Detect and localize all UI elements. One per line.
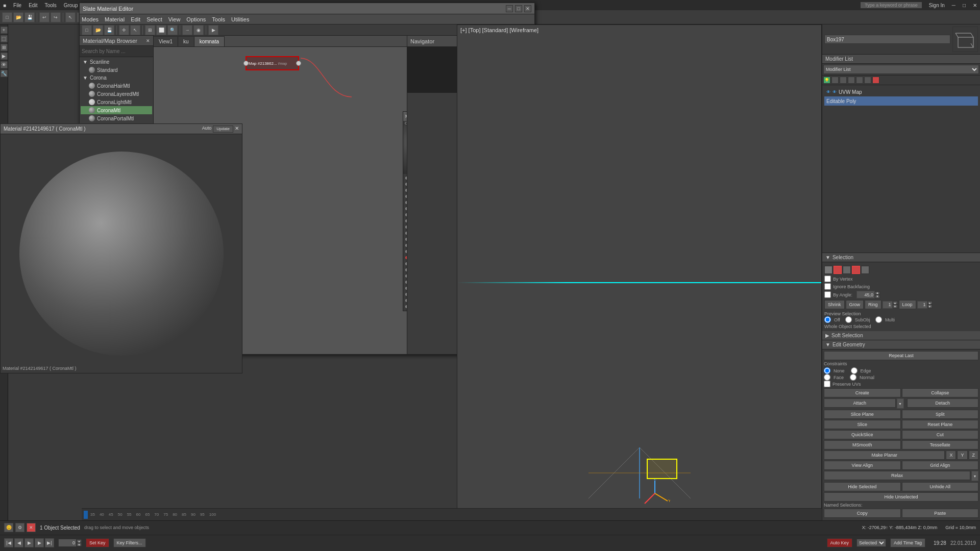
- stack-icon1[interactable]: [831, 77, 839, 84]
- sme-render[interactable]: ▶: [208, 25, 218, 35]
- redo[interactable]: ↪: [51, 12, 61, 22]
- node-port-left[interactable]: [243, 61, 249, 66]
- object-name-input[interactable]: [824, 35, 950, 44]
- menu-edit[interactable]: Edit: [29, 3, 37, 8]
- map-node[interactable]: Map #213862... #map: [246, 56, 299, 70]
- tool-modify[interactable]: ⬚: [1, 35, 8, 42]
- ring-down[interactable]: ▼: [893, 305, 898, 308]
- unhide-all-btn[interactable]: Unhide All: [902, 482, 979, 491]
- x-btn[interactable]: X: [946, 450, 956, 460]
- timeline-playhead[interactable]: [84, 511, 88, 519]
- sme-save[interactable]: 💾: [104, 25, 114, 35]
- attach-btn[interactable]: Attach: [824, 398, 896, 408]
- relax-btn[interactable]: Relax: [824, 471, 970, 480]
- radio-off[interactable]: [824, 316, 831, 323]
- frame-up[interactable]: ▲: [77, 539, 82, 543]
- select-object[interactable]: ↖: [65, 12, 76, 22]
- menu-tools[interactable]: Tools: [44, 3, 56, 8]
- sme-menu-view[interactable]: View: [168, 16, 181, 22]
- radio-subobj[interactable]: [845, 316, 852, 323]
- sme-menu-select[interactable]: Select: [146, 16, 162, 22]
- loop-down[interactable]: ▼: [927, 305, 933, 308]
- modifier-uvw-map[interactable]: 👁 👁 UVW Map: [824, 87, 978, 96]
- frame-input[interactable]: [58, 539, 77, 547]
- sme-zoom[interactable]: 🔍: [167, 25, 178, 35]
- mat-item-coronalight[interactable]: CoronaLightMtl: [81, 98, 152, 106]
- ignore-backfacing-checkbox[interactable]: [824, 283, 831, 290]
- ring-button[interactable]: Ring: [865, 300, 881, 309]
- sme-menu-options[interactable]: Options: [186, 16, 206, 22]
- mat-browser-close[interactable]: ✕: [146, 38, 150, 43]
- radio-face-constraint[interactable]: [824, 374, 830, 381]
- z-btn[interactable]: Z: [969, 450, 979, 460]
- radio-normal-constraint[interactable]: [850, 374, 856, 381]
- goto-start-btn[interactable]: |◀: [4, 538, 13, 547]
- create-btn[interactable]: Create: [824, 388, 901, 397]
- auto-key-btn[interactable]: Auto Key: [827, 538, 853, 547]
- viewport-area[interactable]: [+] [Top] [Standard] [Wireframe] Z Y: [457, 24, 822, 520]
- mat-item-coronamtl[interactable]: CoronaMtl: [81, 106, 152, 114]
- status-icon-close[interactable]: ✕: [27, 523, 36, 532]
- sme-show-in-vp[interactable]: ◉: [193, 25, 204, 35]
- frame-down[interactable]: ▼: [77, 543, 82, 546]
- node-port-right[interactable]: [296, 61, 301, 66]
- tool-motion[interactable]: ▶: [1, 53, 8, 60]
- view-tab-ku[interactable]: ku: [178, 36, 194, 46]
- loop-input[interactable]: [917, 301, 927, 309]
- quick-slice-btn[interactable]: QuickSlice: [824, 430, 901, 439]
- category-scanline[interactable]: ▼ Scanline: [81, 58, 152, 66]
- menu-file[interactable]: File: [13, 3, 21, 8]
- new-scene[interactable]: □: [2, 12, 12, 22]
- hide-selected-btn[interactable]: Hide Selected: [824, 482, 901, 491]
- selected-dropdown[interactable]: Selected: [856, 539, 886, 547]
- key-filters-btn[interactable]: Key Filters...: [113, 538, 146, 547]
- loop-up[interactable]: ▲: [927, 301, 933, 305]
- reset-plane-btn[interactable]: Reset Plane: [902, 420, 979, 429]
- element-mode-icon[interactable]: [861, 266, 869, 274]
- stack-icon2[interactable]: [840, 77, 847, 84]
- sme-menu-tools[interactable]: Tools: [212, 16, 225, 22]
- grow-button[interactable]: Grow: [846, 300, 864, 309]
- vertex-mode-icon[interactable]: [824, 266, 832, 274]
- goto-end-btn[interactable]: ▶|: [45, 538, 54, 547]
- status-icon2[interactable]: ⚙: [15, 523, 24, 532]
- paste-btn[interactable]: Paste: [902, 509, 979, 518]
- cut-btn[interactable]: Cut: [902, 430, 979, 439]
- tessellate-btn[interactable]: Tessellate: [902, 440, 979, 449]
- slice-plane-btn[interactable]: Slice Plane: [824, 410, 901, 419]
- sme-move[interactable]: ✛: [119, 25, 129, 35]
- edge-mode-icon[interactable]: [834, 266, 842, 274]
- tool-display[interactable]: 👁: [1, 61, 8, 68]
- sme-menu-material[interactable]: Material: [105, 16, 125, 22]
- sme-new-mat[interactable]: □: [82, 25, 92, 35]
- angle-up[interactable]: ▲: [875, 291, 880, 295]
- sme-minimize[interactable]: ─: [506, 5, 513, 12]
- mat-item-coronahair[interactable]: CoronaHairMtl: [81, 82, 152, 90]
- add-time-tag-btn[interactable]: Add Time Tag: [890, 538, 925, 547]
- window-restore[interactable]: □: [963, 3, 966, 8]
- slice-btn[interactable]: Slice: [824, 420, 901, 429]
- sme-open[interactable]: 📂: [93, 25, 103, 35]
- window-close[interactable]: ✕: [973, 3, 977, 8]
- light-bulb-icon[interactable]: 💡: [823, 77, 830, 84]
- view-align-btn[interactable]: View Align: [824, 461, 901, 470]
- sme-menu-modes[interactable]: Modes: [82, 16, 99, 22]
- modifier-editable-poly[interactable]: Editable Poly: [824, 96, 978, 106]
- stack-icon6[interactable]: [872, 77, 879, 84]
- grid-align-btn[interactable]: Grid Align: [902, 461, 979, 470]
- tool-create[interactable]: +: [1, 27, 8, 34]
- sme-menu-edit[interactable]: Edit: [131, 16, 140, 22]
- prev-frame-btn[interactable]: ◀: [14, 538, 23, 547]
- sme-apply-to-sel[interactable]: →: [182, 25, 192, 35]
- next-frame-btn[interactable]: ▶: [35, 538, 44, 547]
- make-planar-btn[interactable]: Make Planar: [824, 450, 945, 460]
- angle-input[interactable]: [856, 291, 875, 298]
- copy-btn[interactable]: Copy: [824, 509, 901, 518]
- status-icon1[interactable]: 😊: [4, 523, 13, 532]
- loop-button[interactable]: Loop: [899, 300, 916, 309]
- stack-icon3[interactable]: [848, 77, 855, 84]
- by-vertex-checkbox[interactable]: [824, 276, 831, 282]
- menu-group[interactable]: Group: [64, 3, 78, 8]
- relax-options[interactable]: ▼: [971, 471, 978, 481]
- border-mode-icon[interactable]: [843, 266, 851, 274]
